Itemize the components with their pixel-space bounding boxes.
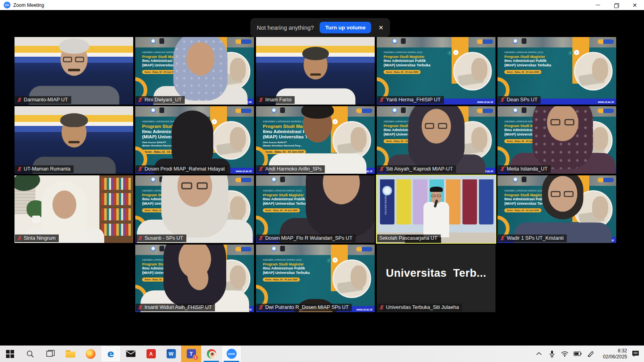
- participant-tile[interactable]: ‹›ASESMEN LAPANGAN DARING (ALD)Program S…: [497, 37, 616, 105]
- participant-tile[interactable]: ‹›ASESMEN LAPANGAN DARING (ALD)Program S…: [135, 175, 254, 243]
- tray-date: 02/06/2025: [597, 354, 627, 360]
- next-arrow-icon: ›: [574, 50, 579, 55]
- start-square: [10, 354, 14, 358]
- participant-tile[interactable]: ‹›ASESMEN LAPANGAN DARING (ALD)Program S…: [256, 245, 375, 312]
- acrobat-icon: A: [147, 349, 156, 358]
- edge-taskbar-button[interactable]: e: [101, 346, 121, 362]
- firefox-taskbar-button[interactable]: [80, 346, 101, 362]
- event-title-line3: (MIAP) Universitas Terbuka: [384, 63, 448, 67]
- zoom-taskbar-icon: zoom: [227, 349, 237, 359]
- participant-tile[interactable]: Sinta Ningrum: [14, 175, 133, 243]
- participant-name: Wadir 1 SPs UT_Kristanti: [507, 235, 564, 241]
- participant-name: Dwi Putranto R_Dosen MIAP SPs UT: [265, 304, 349, 310]
- muted-mic-icon: [17, 97, 22, 103]
- microphone-tray-icon[interactable]: [546, 346, 558, 362]
- universitas-terbuka-badge: [477, 39, 493, 44]
- firefox-icon: [86, 349, 95, 359]
- search-taskbar-button[interactable]: [20, 346, 40, 362]
- participant-tile[interactable]: KEMDIKBUDRISTEKSekolah Pascasarjana UT: [377, 175, 495, 243]
- participant-name-label: Siti Aisyah_ Kaprodi MIAP-UT: [377, 165, 456, 173]
- shared-screen-text: Universitas Terb...: [377, 267, 495, 279]
- acrobat-taskbar-button[interactable]: A: [141, 346, 161, 362]
- participant-person: [28, 107, 120, 174]
- word-taskbar-button[interactable]: W: [161, 346, 181, 362]
- participant-tile[interactable]: ‹›ASESMEN LAPANGAN DARING (ALD)Program S…: [256, 106, 375, 174]
- window-title: Zoom Meeting: [13, 2, 44, 8]
- participant-tile[interactable]: ‹›ASESMEN LAPANGAN DARING (ALD)Program S…: [256, 175, 375, 243]
- participant-tile[interactable]: UT-Maman Rumanta: [14, 106, 133, 174]
- teams-icon: T9: [187, 349, 196, 358]
- participant-name: Dosen MIAP_Flo R Wulandari_SPs UT: [265, 235, 353, 241]
- participant-tile[interactable]: ‹›ASESMEN LAPANGAN DARING (ALD)Program S…: [135, 106, 254, 174]
- participant-name-label: Dean SPs UT: [498, 96, 541, 104]
- tray-time: 8:32: [597, 348, 627, 354]
- chrome-taskbar-button[interactable]: [201, 346, 221, 362]
- participant-name-label: Yanti Herma_FHISIP UT: [377, 96, 444, 104]
- participant-tile[interactable]: Universitas Terb...Universitas Terbuka_S…: [377, 245, 495, 312]
- close-button[interactable]: ✕: [625, 0, 644, 10]
- pen-tray-icon[interactable]: [584, 346, 597, 362]
- mail-taskbar-button[interactable]: [121, 346, 141, 362]
- wifi-tray-icon[interactable]: [559, 346, 571, 362]
- toast-close-icon[interactable]: ✕: [378, 24, 384, 31]
- participant-name: Sinta Ningrum: [24, 235, 56, 241]
- participant-tile[interactable]: ‹›ASESMEN LAPANGAN DARING (ALD)Program S…: [377, 37, 495, 105]
- participant-tile[interactable]: ‹›ASESMEN LAPANGAN DARING (ALD)Program S…: [135, 37, 254, 105]
- participant-person: [148, 37, 253, 105]
- turn-up-volume-button[interactable]: Turn up volume: [320, 22, 371, 33]
- restore-button[interactable]: [607, 0, 625, 10]
- video-area: ‹›ASESMEN LAPANGAN DARING (ALD)Program S…: [135, 106, 254, 174]
- participant-name-label: Darmanto-MIAP UT: [15, 96, 71, 104]
- windows-taskbar: eAWT9zoom 8:32 02/06/2025: [0, 346, 644, 362]
- video-area: [14, 175, 133, 243]
- participant-person: [396, 177, 477, 237]
- battery-tray-icon[interactable]: [572, 346, 584, 362]
- participant-tile[interactable]: Imam Farisi: [256, 37, 375, 105]
- participant-person: [271, 41, 360, 105]
- minimize-button[interactable]: [588, 0, 607, 10]
- participant-name: Susanti - SPs UT: [144, 235, 183, 241]
- muted-mic-icon: [379, 97, 384, 103]
- start-square: [6, 350, 10, 354]
- app-identity: zm Zoom Meeting: [0, 2, 588, 8]
- participant-name-label: Susanti - SPs UT: [136, 234, 186, 242]
- virtual-bg-text-block: ASESMEN LAPANGAN DARING (ALD)Program Stu…: [384, 51, 448, 74]
- video-area: [14, 37, 133, 105]
- participant-tile[interactable]: ‹›ASESMEN LAPANGAN DARING (ALD)Program S…: [377, 106, 495, 174]
- start-taskbar-button[interactable]: [0, 346, 20, 362]
- taskview-taskbar-button[interactable]: [40, 346, 60, 362]
- restore-icon: [614, 3, 618, 7]
- window-titlebar: zm Zoom Meeting ✕: [0, 0, 644, 10]
- teams-taskbar-button[interactable]: T9: [181, 346, 201, 362]
- participant-name-label: Universitas Terbuka_Siti Julaeha: [377, 304, 462, 311]
- glasses-right-lens: [437, 195, 441, 197]
- video-area: ‹›ASESMEN LAPANGAN DARING (ALD)Program S…: [256, 175, 375, 243]
- participant-tile[interactable]: ‹›ASESMEN LAPANGAN DARING (ALD)Program S…: [497, 106, 616, 174]
- photo-circle: [453, 52, 492, 90]
- participant-name: Sekolah Pascasarjana UT: [379, 235, 438, 241]
- zoom-taskbar-button[interactable]: zoom: [221, 346, 242, 362]
- website-url: www.ut.ac.id: [598, 101, 614, 103]
- participant-person: [504, 106, 616, 174]
- participant-tile[interactable]: ‹›ASESMEN LAPANGAN DARING (ALD)Program S…: [135, 245, 254, 312]
- muted-mic-icon: [258, 167, 264, 172]
- event-title-line2: Ilmu Administrasi Publik: [504, 59, 569, 63]
- tray-clock[interactable]: 8:32 02/06/2025: [597, 348, 629, 360]
- participant-tile[interactable]: Darmanto-MIAP UT: [14, 37, 133, 105]
- file-explorer-icon: [66, 350, 75, 358]
- video-area: ‹›ASESMEN LAPANGAN DARING (ALD)Program S…: [377, 37, 495, 105]
- participant-tile[interactable]: ‹›ASESMEN LAPANGAN DARING (ALD)Program S…: [497, 175, 616, 243]
- hood-silhouette: [171, 111, 213, 172]
- action-center-icon[interactable]: [630, 346, 642, 362]
- virtual-background: ‹›ASESMEN LAPANGAN DARING (ALD)Program S…: [377, 37, 495, 105]
- muted-mic-icon: [258, 236, 264, 241]
- mustache: [310, 73, 320, 76]
- photo-circle: [574, 52, 613, 90]
- ut-logo: [513, 39, 518, 44]
- video-area: Universitas Terb...: [377, 245, 495, 312]
- body: [423, 202, 449, 237]
- explorer-taskbar-button[interactable]: [60, 346, 80, 362]
- tray-overflow-chevron-icon[interactable]: [533, 346, 545, 362]
- audio-notification-toast: Not hearing anything? Turn up volume ✕: [250, 18, 390, 37]
- shared-screen-background: Universitas Terb...: [377, 245, 495, 312]
